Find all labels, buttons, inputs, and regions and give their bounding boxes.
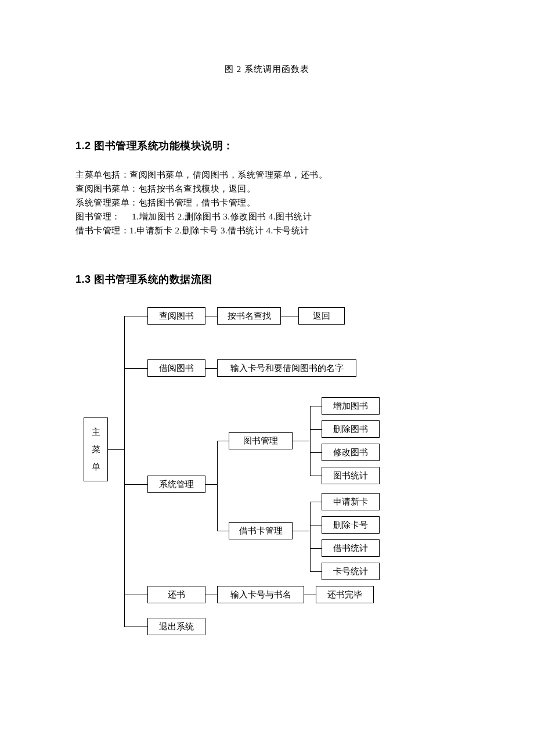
desc-line-2: 查阅图书菜单：包括按书名查找模块，返回。	[75, 182, 459, 196]
label: 输入卡号与书名	[230, 589, 291, 600]
connector	[124, 627, 147, 627]
connector	[205, 316, 217, 316]
section-heading-1-3: 1.3 图书管理系统的数据流图	[75, 272, 459, 286]
label: 增加图书	[333, 401, 368, 411]
connector	[124, 595, 147, 595]
node-main-menu: 主菜单	[84, 417, 108, 481]
node-add-book: 增加图书	[322, 397, 380, 415]
label: 删除卡号	[333, 520, 368, 530]
connector	[281, 316, 298, 316]
node-borrow-input: 输入卡号和要借阅图书的名字	[217, 359, 356, 377]
connector	[124, 316, 147, 316]
node-delete-card: 删除卡号	[322, 516, 380, 534]
desc-line-1: 主菜单包括：查阅图书菜单，借阅图书，系统管理菜单，还书。	[75, 168, 459, 182]
label: 图书统计	[333, 470, 368, 481]
node-return-done: 还书完毕	[316, 586, 374, 603]
label: 系统管理	[159, 479, 194, 489]
connector	[124, 316, 125, 627]
node-borrow-stats: 借书统计	[322, 539, 380, 557]
connector	[310, 452, 322, 453]
label: 删除图书	[333, 424, 368, 434]
connector	[304, 595, 316, 595]
connector	[310, 502, 322, 502]
connector	[108, 449, 124, 450]
label: 查阅图书	[159, 311, 194, 321]
connector	[205, 368, 217, 369]
label: 修改图书	[333, 447, 368, 458]
connector	[310, 476, 322, 476]
node-return: 返回	[298, 307, 345, 325]
label: 输入卡号和要借阅图书的名字	[230, 363, 344, 373]
label: 退出系统	[159, 621, 194, 632]
section-heading-1-2: 1.2 图书管理系统功能模块说明：	[75, 139, 459, 153]
connector	[310, 571, 322, 572]
desc-line-5: 借书卡管理：1.申请新卡 2.删除卡号 3.借书统计 4.卡号统计	[75, 224, 459, 237]
label: 借书卡管理	[239, 525, 283, 536]
node-delete-book: 删除图书	[322, 420, 380, 438]
node-new-card: 申请新卡	[322, 493, 380, 510]
label: 图书管理	[243, 435, 278, 446]
node-book-stats: 图书统计	[322, 467, 380, 484]
connector	[293, 531, 310, 531]
node-modify-book: 修改图书	[322, 444, 380, 461]
figure-caption: 图 2 系统调用函数表	[75, 64, 459, 75]
node-return-book: 还书	[147, 586, 205, 603]
connector	[310, 548, 322, 549]
connector	[310, 502, 311, 571]
connector	[124, 368, 147, 369]
node-card-stats: 卡号统计	[322, 563, 380, 580]
node-borrow-books: 借阅图书	[147, 359, 205, 377]
label: 申请新卡	[333, 496, 368, 507]
data-flow-diagram: 主菜单 查阅图书 按书名查找 返回 借阅图书 输入卡号和要借阅图书的名字 系统管…	[84, 301, 467, 638]
connector	[124, 484, 147, 485]
label: 借书统计	[333, 543, 368, 553]
connector	[217, 441, 218, 531]
connector	[205, 484, 217, 485]
connector	[310, 406, 322, 406]
connector	[217, 531, 229, 531]
page: 图 2 系统调用函数表 1.2 图书管理系统功能模块说明： 主菜单包括：查阅图书…	[0, 0, 534, 756]
label: 按书名查找	[228, 311, 271, 321]
label: 还书完毕	[327, 589, 362, 600]
node-system-management: 系统管理	[147, 476, 205, 493]
node-book-management: 图书管理	[229, 432, 293, 449]
node-exit-system: 退出系统	[147, 618, 205, 635]
desc-line-3: 系统管理菜单：包括图书管理，借书卡管理。	[75, 196, 459, 210]
connector	[217, 441, 229, 441]
connector	[310, 525, 322, 525]
label: 还书	[168, 589, 185, 600]
module-description-block: 主菜单包括：查阅图书菜单，借阅图书，系统管理菜单，还书。 查阅图书菜单：包括按书…	[75, 168, 459, 237]
node-search-by-title: 按书名查找	[217, 307, 281, 325]
desc-line-4: 图书管理： 1.增加图书 2.删除图书 3.修改图书 4.图书统计	[75, 210, 459, 224]
label: 卡号统计	[333, 566, 368, 577]
connector	[293, 441, 310, 441]
node-return-input: 输入卡号与书名	[217, 586, 304, 603]
connector	[205, 595, 217, 595]
label: 借阅图书	[159, 363, 194, 373]
label: 返回	[313, 311, 330, 321]
node-browse-books: 查阅图书	[147, 307, 205, 325]
node-card-management: 借书卡管理	[229, 522, 293, 539]
node-main-menu-label: 主菜单	[92, 423, 100, 476]
connector	[310, 406, 311, 476]
connector	[310, 429, 322, 430]
